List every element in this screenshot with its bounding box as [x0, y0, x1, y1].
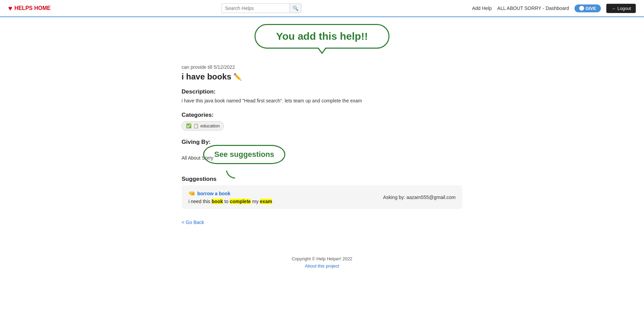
footer-copyright: Copyright © Help Helper! 2022 [292, 256, 352, 261]
categories-section: Categories: ✅ 📋 education [182, 112, 462, 131]
main-content: You add this help!! can provide till 5/1… [168, 17, 476, 246]
add-help-link[interactable]: Add Help [472, 5, 492, 11]
see-suggestions-bubble: See suggestions [203, 145, 286, 164]
search-input[interactable] [221, 3, 290, 13]
suggestions-section: Suggestions 🤜 borrow a book i need this … [182, 176, 462, 209]
give-toggle-label: GIVE [585, 6, 596, 11]
suggestion-body: i need this book to complete my exam [188, 199, 376, 204]
suggestion-card: 🤜 borrow a book i need this book to comp… [182, 185, 462, 209]
description-text: i have this java book named "Head first … [182, 98, 462, 103]
provide-date: can provide till 5/12/2022 [182, 64, 462, 70]
body-pre: i need this [188, 199, 212, 204]
suggestion-title: 🤜 borrow a book [188, 190, 376, 197]
asking-by: Asking by: aazam555@gmail.com [383, 195, 456, 200]
check-icon: ✅ [186, 123, 191, 128]
logout-button[interactable]: → Logout [606, 4, 636, 13]
give-toggle[interactable]: GIVE [574, 4, 601, 12]
footer: Copyright © Help Helper! 2022 About this… [0, 246, 644, 275]
heart-icon: ♥ [8, 4, 12, 12]
footer-about-link[interactable]: About this project [3, 263, 641, 269]
suggestion-left: 🤜 borrow a book i need this book to comp… [188, 190, 376, 204]
edit-pencil-icon[interactable]: ✏️ [233, 73, 242, 81]
hand-icon: 🤜 [188, 190, 195, 197]
nav-right: Add Help ALL ABOUT SORRY - Dashboard GIV… [472, 4, 636, 13]
giving-label: Giving By: [182, 139, 462, 146]
toggle-dot [579, 6, 584, 11]
brand-name: HELPS HOME [14, 5, 51, 11]
body-mid1: to [223, 199, 230, 204]
giving-section: Giving By: All About Sorry See suggestio… [182, 139, 462, 167]
categories-label: Categories: [182, 112, 462, 119]
go-back-link[interactable]: < Go Back [182, 220, 204, 225]
highlight-complete: complete [230, 199, 251, 204]
see-suggestions-text: See suggestions [214, 150, 274, 159]
category-name: education [200, 123, 220, 128]
category-badge: ✅ 📋 education [182, 121, 224, 131]
logout-label: Logout [617, 6, 631, 11]
logout-arrow-icon: → [611, 6, 616, 11]
annotation-bubble: You add this help!! [255, 24, 389, 49]
brand-logo[interactable]: ♥ HELPS HOME [8, 4, 51, 12]
search-bar: 🔍 [221, 3, 301, 13]
help-title: i have books ✏️ [182, 72, 462, 82]
suggestions-label: Suggestions [182, 176, 462, 183]
bubble-tail-svg [225, 171, 238, 179]
annotation-text: You add this help!! [276, 30, 368, 42]
body-mid2: my [251, 199, 260, 204]
help-title-text: i have books [182, 72, 231, 82]
annotation-bubble-wrapper: You add this help!! [182, 24, 462, 54]
tablet-icon: 📋 [193, 123, 199, 128]
description-label: Description: [182, 88, 462, 95]
suggestion-title-link[interactable]: borrow a book [197, 191, 230, 196]
bubble-pointer [318, 49, 326, 54]
see-suggestions-ellipse: See suggestions [203, 145, 286, 164]
highlight-exam: exam [260, 199, 272, 204]
highlight-book: book [212, 199, 223, 204]
dashboard-link[interactable]: ALL ABOUT SORRY - Dashboard [497, 5, 569, 11]
search-button[interactable]: 🔍 [290, 3, 301, 13]
